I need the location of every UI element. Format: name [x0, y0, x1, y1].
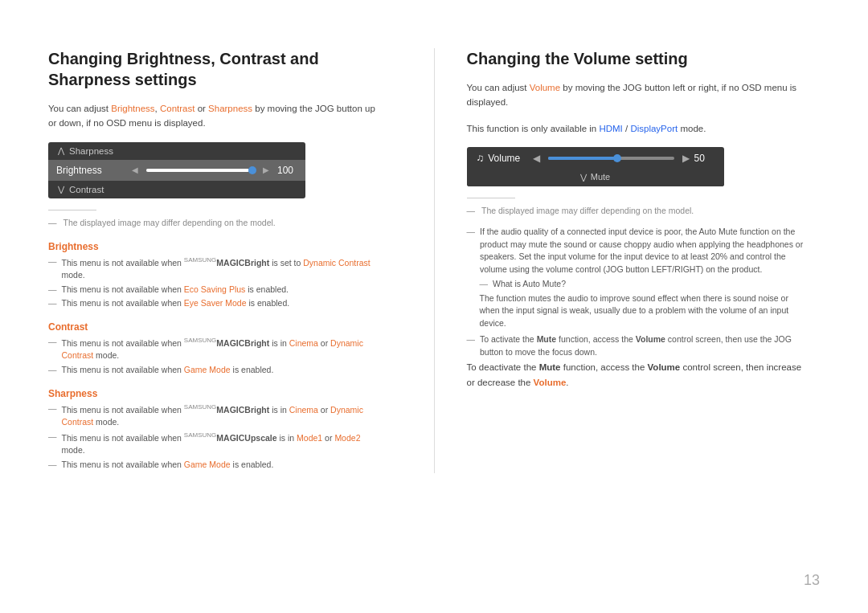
activate-mute-note: To activate the Mute function, access th… — [467, 333, 805, 359]
osd-brightness-label: Brightness — [56, 165, 129, 176]
arrow-right-icon: ▶ — [263, 166, 269, 174]
intro-or: or — [194, 104, 208, 113]
volume-slider-thumb — [613, 154, 621, 162]
vol-arrow-right-icon: ▶ — [682, 153, 690, 164]
contrast-note-2: This menu is not available when Game Mod… — [48, 364, 386, 377]
contrast-note-1: This menu is not available when SAMSUNGM… — [48, 336, 386, 362]
mute-bold-2: Mute — [539, 362, 561, 372]
right-note-divider — [467, 198, 515, 198]
sharpness-note-2: This menu is not available when SAMSUNGM… — [48, 431, 386, 457]
contrast-link: Contrast — [160, 104, 194, 113]
samsung-brand-1: SAMSUNG — [184, 256, 216, 264]
section-divider — [434, 48, 435, 473]
arrow-left-icon: ◀ — [132, 166, 138, 174]
volume-osd-label: Volume — [488, 153, 520, 164]
what-is-auto-mute: What is Auto Mute? — [467, 278, 805, 291]
volume-osd-row: ♫ Volume ◀ ▶ 50 — [467, 147, 724, 169]
hdmi-link: HDMI — [599, 124, 622, 133]
contrast-note-1-text: This menu is not available when SAMSUNGM… — [62, 336, 386, 362]
auto-mute-description: The function mutes the audio to improve … — [467, 292, 805, 330]
osd-widget: ⋀ Sharpness Brightness ◀ ▶ 100 ⋁ Contras… — [48, 142, 305, 198]
volume-bold-2: Volume — [648, 362, 681, 372]
sharpness-note-1: This menu is not available when SAMSUNGM… — [48, 403, 386, 429]
volume-slider-fill — [548, 157, 617, 160]
left-section: Changing Brightness, Contrast and Sharpn… — [48, 48, 402, 473]
brightness-note-3-text: This menu is not available when Eye Save… — [62, 297, 290, 310]
right-note-text: The displayed image may differ depending… — [481, 205, 694, 218]
samsung-brand-4: SAMSUNG — [184, 431, 216, 439]
eco-saving-link: Eco Saving Plus — [184, 284, 245, 294]
volume-orange: Volume — [534, 378, 567, 387]
magic-bright-1: MAGICBright — [216, 257, 269, 267]
sharpness-note-1-text: This menu is not available when SAMSUNGM… — [62, 403, 386, 429]
brightness-value: 100 — [277, 165, 297, 176]
magic-bright-3: MAGICBright — [216, 404, 269, 414]
volume-value: 50 — [694, 153, 714, 164]
brightness-note-2-text: This menu is not available when Eco Savi… — [62, 284, 289, 296]
left-intro: You can adjust Brightness, Contrast or S… — [48, 101, 386, 131]
deactivate-mute-text: To deactivate the Mute function, access … — [467, 362, 802, 386]
volume-label-container: ♫ Volume — [477, 152, 533, 164]
volume-osd-widget: ♫ Volume ◀ ▶ 50 ⋁ Mute — [467, 147, 724, 186]
game-mode-link-2: Game Mode — [184, 460, 231, 469]
right-slash: / — [623, 124, 631, 133]
brightness-note-1-text: This menu is not available when SAMSUNGM… — [62, 255, 386, 282]
magic-bright-2: MAGICBright — [216, 338, 269, 348]
contrast-note-2-text: This menu is not available when Game Mod… — [62, 364, 274, 377]
volume-slider-track — [548, 157, 674, 160]
displayport-link: DisplayPort — [630, 124, 678, 133]
right-mode: mode. — [678, 124, 706, 133]
right-intro-text3: This function is only available in — [467, 124, 600, 133]
mute-chevron-icon: ⋁ — [580, 173, 587, 182]
right-intro-text1: You can adjust — [467, 83, 530, 92]
what-is-auto-mute-text: What is Auto Mute? — [493, 278, 566, 291]
volume-link-1: Volume — [530, 83, 560, 92]
brightness-heading: Brightness — [48, 241, 386, 252]
right-intro-2: This function is only available in HDMI … — [467, 121, 805, 136]
mode2-link: Mode2 — [334, 432, 360, 442]
brightness-slider-track — [146, 169, 255, 172]
mute-label: Mute — [591, 172, 610, 182]
brightness-note-3: This menu is not available when Eye Save… — [48, 297, 386, 310]
sharpness-note-3: This menu is not available when Game Mod… — [48, 459, 386, 472]
right-title: Changing the Volume setting — [467, 48, 805, 69]
chevron-up-icon: ⋀ — [58, 146, 64, 155]
game-mode-link-1: Game Mode — [184, 365, 231, 374]
osd-contrast-label: Contrast — [69, 185, 104, 194]
vol-arrow-left-icon: ◀ — [533, 153, 540, 164]
mute-row: ⋁ Mute — [467, 169, 724, 186]
chevron-down-icon: ⋁ — [58, 185, 64, 194]
magic-upscale: MAGICUpscale — [216, 432, 276, 442]
page-number: 13 — [804, 572, 820, 589]
osd-sharpness-row: ⋀ Sharpness — [48, 142, 305, 160]
auto-mute-note-text: If the audio quality of a connected inpu… — [480, 226, 804, 276]
brightness-note-1: This menu is not available when SAMSUNGM… — [48, 255, 386, 282]
brightness-link: Brightness — [111, 104, 154, 113]
brightness-slider-fill — [146, 169, 249, 172]
contrast-heading: Contrast — [48, 321, 386, 333]
mode1-link: Mode1 — [297, 432, 322, 442]
sharpness-note-3-text: This menu is not available when Game Mod… — [62, 459, 274, 472]
dynamic-contrast-link-1: Dynamic Contrast — [303, 257, 370, 267]
activate-mute-text: To activate the Mute function, access th… — [480, 333, 804, 359]
samsung-brand-3: SAMSUNG — [184, 403, 216, 411]
cinema-link-1: Cinema — [289, 338, 318, 348]
brightness-slider-thumb — [248, 166, 256, 174]
right-intro: You can adjust Volume by moving the JOG … — [467, 80, 805, 110]
note-text: The displayed image may differ depending… — [63, 217, 276, 230]
mute-bold-1: Mute — [537, 334, 557, 344]
osd-sharpness-label: Sharpness — [69, 146, 113, 156]
sharpness-note-2-text: This menu is not available when SAMSUNGM… — [62, 431, 386, 457]
volume-bold-1: Volume — [636, 334, 665, 344]
right-image-note: The displayed image may differ depending… — [467, 205, 805, 218]
osd-brightness-row: Brightness ◀ ▶ 100 — [48, 160, 305, 181]
sharpness-heading: Sharpness — [48, 388, 386, 399]
deactivate-mute-note: To deactivate the Mute function, access … — [467, 360, 805, 390]
volume-icon: ♫ — [477, 152, 485, 164]
sharpness-link: Sharpness — [208, 104, 252, 113]
right-section: Changing the Volume setting You can adju… — [467, 48, 821, 473]
auto-mute-note: If the audio quality of a connected inpu… — [467, 226, 805, 276]
eye-saver-link: Eye Saver Mode — [184, 298, 247, 308]
samsung-brand-2: SAMSUNG — [184, 337, 216, 344]
brightness-note-2: This menu is not available when Eco Savi… — [48, 284, 386, 296]
